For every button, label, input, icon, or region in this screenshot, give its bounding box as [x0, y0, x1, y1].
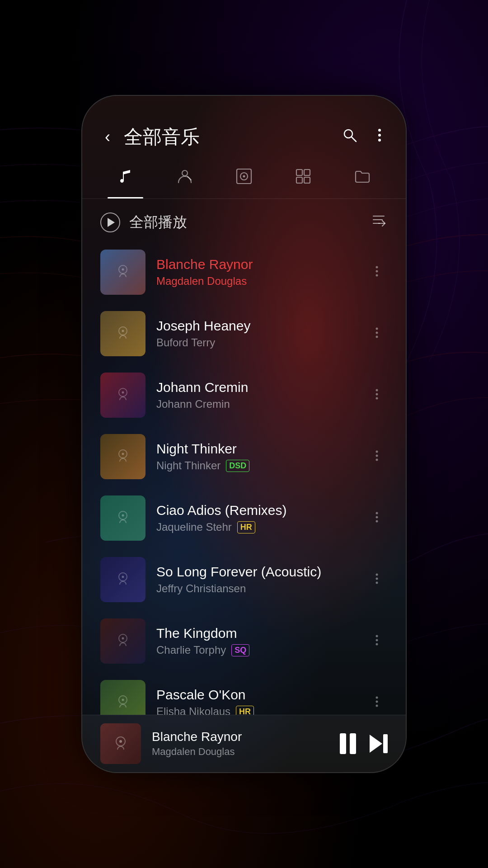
- svg-point-19: [122, 269, 124, 271]
- person-icon: [176, 167, 194, 189]
- song-list: Blanche Raynor Magdalen Douglas Joseph H…: [82, 241, 406, 715]
- next-triangle: [370, 735, 382, 753]
- now-playing-info: Blanche Raynor Magdalen Douglas: [152, 730, 329, 758]
- song-thumbnail-6: [100, 557, 145, 602]
- svg-point-30: [376, 389, 378, 392]
- song-info-6: So Long Forever (Acoustic) Jeffry Christ…: [156, 564, 355, 595]
- svg-point-40: [376, 512, 378, 514]
- svg-point-57: [376, 705, 378, 707]
- song-more-button-4[interactable]: [366, 443, 388, 471]
- svg-point-3: [378, 134, 381, 137]
- svg-point-42: [376, 520, 378, 523]
- song-artist-8: Elisha Nikolaus: [156, 705, 230, 715]
- play-all-bar: 全部播放: [82, 203, 406, 241]
- svg-point-41: [376, 516, 378, 519]
- song-item-1[interactable]: Blanche Raynor Magdalen Douglas: [82, 241, 406, 303]
- next-bar: [383, 734, 388, 753]
- svg-line-1: [352, 137, 356, 142]
- song-item-5[interactable]: Ciao Adios (Remixes) Jaqueline Stehr HR: [82, 487, 406, 549]
- song-item-4[interactable]: Night Thinker Night Thinker DSD: [82, 426, 406, 487]
- svg-rect-13: [304, 177, 310, 183]
- svg-point-54: [122, 699, 124, 701]
- song-thumbnail-8: [100, 680, 145, 715]
- song-title-6: So Long Forever (Acoustic): [156, 564, 355, 580]
- song-info-5: Ciao Adios (Remixes) Jaqueline Stehr HR: [156, 503, 355, 533]
- back-button[interactable]: ‹: [100, 123, 115, 151]
- phone-content: ‹ 全部音乐: [82, 96, 406, 772]
- song-artist-row-7: Charlie Torphy SQ: [156, 644, 355, 656]
- song-info-8: Pascale O'Kon Elisha Nikolaus HR: [156, 687, 355, 715]
- svg-point-46: [376, 578, 378, 580]
- tab-album[interactable]: [214, 160, 273, 198]
- song-info-7: The Kingdom Charlie Torphy SQ: [156, 626, 355, 656]
- song-more-button-2[interactable]: [366, 320, 388, 348]
- pause-bar-right: [350, 733, 356, 754]
- svg-point-4: [378, 139, 381, 142]
- svg-line-6: [188, 176, 191, 180]
- svg-point-52: [376, 643, 378, 646]
- song-item-6[interactable]: So Long Forever (Acoustic) Jeffry Christ…: [82, 549, 406, 610]
- quality-badge: DSD: [226, 460, 249, 472]
- grid-icon: [294, 167, 312, 189]
- song-info-2: Joseph Heaney Buford Terry: [156, 318, 355, 349]
- play-all-button[interactable]: [100, 212, 120, 232]
- song-more-button-8[interactable]: [366, 689, 388, 715]
- song-artist-row-6: Jeffry Christiansen: [156, 582, 355, 595]
- quality-badge: HR: [237, 521, 255, 533]
- tab-music[interactable]: [96, 160, 155, 198]
- song-title-4: Night Thinker: [156, 441, 355, 457]
- song-item-3[interactable]: Johann Cremin Johann Cremin: [82, 364, 406, 426]
- song-artist-3: Johann Cremin: [156, 398, 230, 410]
- svg-point-5: [182, 170, 188, 176]
- song-info-3: Johann Cremin Johann Cremin: [156, 380, 355, 410]
- song-item-7[interactable]: The Kingdom Charlie Torphy SQ: [82, 610, 406, 672]
- now-playing-bar[interactable]: Blanche Raynor Magdalen Douglas: [82, 715, 406, 772]
- pause-button[interactable]: [340, 733, 356, 754]
- sort-icon[interactable]: [370, 212, 388, 233]
- song-artist-row-4: Night Thinker DSD: [156, 459, 355, 472]
- song-title-5: Ciao Adios (Remixes): [156, 503, 355, 518]
- song-artist-4: Night Thinker: [156, 459, 221, 472]
- pause-icon: [340, 733, 356, 754]
- svg-rect-12: [296, 177, 302, 183]
- song-artist-6: Jeffry Christiansen: [156, 582, 246, 595]
- song-more-button-6[interactable]: [366, 566, 388, 594]
- song-thumbnail-2: [100, 311, 145, 356]
- song-title-2: Joseph Heaney: [156, 318, 355, 334]
- svg-point-34: [122, 453, 124, 455]
- tab-playlist[interactable]: [274, 160, 333, 198]
- svg-point-47: [376, 582, 378, 584]
- search-icon[interactable]: [342, 127, 358, 147]
- song-thumbnail-3: [100, 373, 145, 418]
- svg-point-44: [122, 576, 124, 578]
- song-thumbnail-4: [100, 434, 145, 479]
- tab-artist[interactable]: [155, 160, 214, 198]
- song-artist-row-2: Buford Terry: [156, 336, 355, 349]
- svg-point-32: [376, 397, 378, 400]
- svg-point-29: [122, 392, 124, 394]
- page-title: 全部音乐: [124, 124, 333, 150]
- svg-point-36: [376, 455, 378, 457]
- song-artist-row-3: Johann Cremin: [156, 398, 355, 410]
- phone-shell: ‹ 全部音乐: [81, 95, 407, 773]
- next-button[interactable]: [370, 734, 388, 753]
- tab-folder[interactable]: [333, 160, 392, 198]
- svg-point-31: [376, 393, 378, 396]
- song-item-2[interactable]: Joseph Heaney Buford Terry: [82, 303, 406, 364]
- disc-icon: [235, 167, 253, 189]
- pause-bar-left: [340, 733, 346, 754]
- song-thumbnail-5: [100, 495, 145, 541]
- song-more-button-5[interactable]: [366, 504, 388, 532]
- song-more-button-7[interactable]: [366, 627, 388, 655]
- song-artist-7: Charlie Torphy: [156, 644, 226, 656]
- now-playing-title: Blanche Raynor: [152, 730, 329, 744]
- svg-point-21: [376, 270, 378, 273]
- more-menu-icon[interactable]: [371, 127, 388, 147]
- quality-badge: SQ: [231, 644, 249, 656]
- song-title-8: Pascale O'Kon: [156, 687, 355, 703]
- song-more-button-3[interactable]: [366, 381, 388, 409]
- song-more-button-1[interactable]: [366, 258, 388, 286]
- song-item-8[interactable]: Pascale O'Kon Elisha Nikolaus HR: [82, 672, 406, 715]
- svg-point-56: [376, 701, 378, 703]
- svg-point-25: [376, 328, 378, 330]
